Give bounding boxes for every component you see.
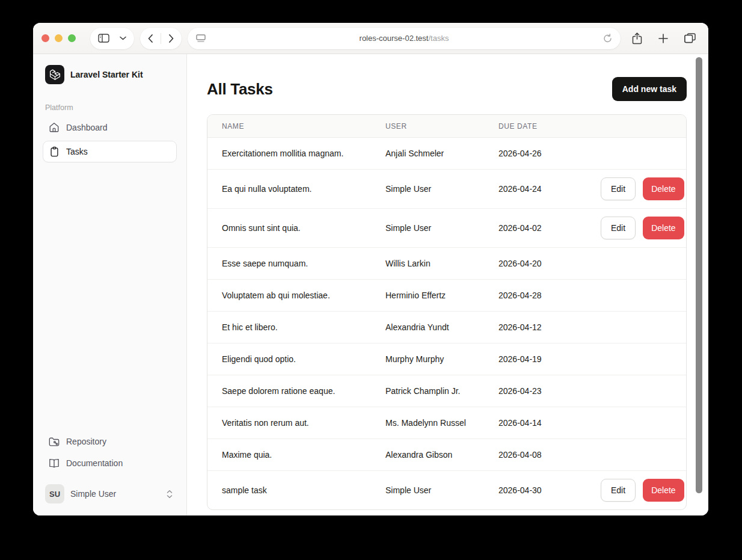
column-header-due-date: Due date — [498, 122, 601, 131]
new-tab-button[interactable] — [653, 28, 673, 49]
table-header-row: Name User Due date — [207, 115, 686, 138]
edit-task-button[interactable]: Edit — [601, 479, 636, 502]
zoom-window-button[interactable] — [68, 34, 76, 42]
sidebar-item-documentation[interactable]: Documentation — [43, 453, 177, 473]
column-header-name: Name — [222, 122, 385, 131]
app-body: Laravel Starter Kit Platform Dashboard — [33, 54, 708, 515]
task-due-date-cell: 2026-04-19 — [498, 349, 601, 369]
task-name-cell: Exercitationem mollitia magnam. — [222, 144, 385, 163]
edit-task-button[interactable]: Edit — [601, 217, 636, 239]
task-due-date-cell: 2026-04-20 — [498, 254, 601, 273]
app-logo-row[interactable]: Laravel Starter Kit — [43, 65, 177, 84]
task-user-cell: Simple User — [385, 218, 498, 238]
task-name-cell: sample task — [222, 481, 385, 500]
forward-button[interactable] — [161, 28, 182, 49]
task-due-date-cell: 2026-04-12 — [498, 318, 601, 337]
toggle-sidebar-button[interactable] — [90, 28, 117, 49]
sidebar: Laravel Starter Kit Platform Dashboard — [33, 54, 187, 515]
sidebar-footer: Repository Documentation SU Simple User — [43, 431, 177, 503]
task-user-cell: Herminio Effertz — [385, 286, 498, 305]
sidebar-item-tasks[interactable]: Tasks — [43, 141, 177, 162]
task-due-date-cell: 2026-04-23 — [498, 381, 601, 401]
task-actions-cell: Edit Delete — [601, 209, 684, 247]
table-row: Voluptatem ab qui molestiae. Herminio Ef… — [207, 280, 686, 312]
task-name-cell: Saepe dolorem ratione eaque. — [222, 381, 385, 401]
task-user-cell: Simple User — [385, 481, 498, 500]
footer-item-label: Repository — [66, 437, 106, 446]
task-due-date-cell: 2026-04-28 — [498, 286, 601, 305]
table-row: Maxime quia. Alexandra Gibson 2026-04-08 — [207, 439, 686, 471]
page-title: All Tasks — [207, 80, 273, 99]
address-bar[interactable]: roles-course-02.test/tasks — [188, 28, 621, 49]
task-user-cell: Alexandria Yundt — [385, 318, 498, 337]
task-user-cell: Simple User — [385, 179, 498, 198]
task-user-cell: Alexandra Gibson — [385, 445, 498, 464]
tasks-table: Name User Due date Exercitationem mollit… — [207, 114, 687, 510]
reader-view-icon[interactable] — [194, 28, 208, 49]
table-row: Omnis sunt sint quia. Simple User 2026-0… — [207, 209, 686, 248]
add-new-task-button[interactable]: Add new task — [612, 77, 687, 101]
window-controls — [41, 34, 76, 42]
main-header: All Tasks Add new task — [207, 77, 687, 101]
laravel-logo-icon — [45, 65, 64, 84]
main-content: All Tasks Add new task Name User Due dat… — [187, 54, 708, 515]
app-name: Laravel Starter Kit — [70, 70, 143, 79]
sidebar-item-label: Tasks — [66, 147, 88, 156]
url-host: roles-course-02.test — [360, 34, 429, 43]
chevron-down-icon — [120, 36, 126, 40]
sidebar-menu-button[interactable] — [117, 28, 134, 49]
delete-task-button[interactable]: Delete — [643, 217, 684, 239]
task-due-date-cell: 2026-04-14 — [498, 413, 601, 432]
task-name-cell: Maxime quia. — [222, 445, 385, 464]
task-name-cell: Omnis sunt sint quia. — [222, 218, 385, 238]
task-table-body: Exercitationem mollitia magnam. Anjali S… — [207, 138, 686, 509]
delete-task-button[interactable]: Delete — [643, 479, 684, 502]
task-name-cell: Veritatis non rerum aut. — [222, 413, 385, 432]
close-window-button[interactable] — [41, 34, 49, 42]
sidebar-item-label: Dashboard — [66, 123, 108, 132]
user-name: Simple User — [70, 489, 160, 499]
table-row: sample task Simple User 2026-04-30 Edit … — [207, 471, 686, 509]
minimize-window-button[interactable] — [55, 34, 63, 42]
task-due-date-cell: 2026-04-02 — [498, 218, 601, 238]
delete-task-button[interactable]: Delete — [643, 177, 684, 200]
browser-window: roles-course-02.test/tasks — [33, 23, 708, 515]
chevrons-up-down-icon — [166, 490, 173, 499]
tab-overview-button[interactable] — [679, 28, 700, 49]
table-row: Et hic et libero. Alexandria Yundt 2026-… — [207, 312, 686, 343]
sidebar-toggle-icon — [98, 34, 109, 43]
nav-buttons — [140, 28, 182, 49]
task-name-cell: Esse saepe numquam. — [222, 254, 385, 273]
column-header-user: User — [385, 122, 498, 131]
scrollbar-thumb[interactable] — [696, 57, 702, 493]
task-user-cell: Murphy Murphy — [385, 349, 498, 369]
task-actions-cell: Edit Delete — [601, 471, 684, 509]
back-button[interactable] — [140, 28, 161, 49]
task-due-date-cell: 2026-04-30 — [498, 481, 601, 500]
task-due-date-cell: 2026-04-24 — [498, 179, 601, 198]
reload-button[interactable] — [600, 28, 615, 49]
sidebar-item-dashboard[interactable]: Dashboard — [43, 117, 177, 138]
sidebar-section-label: Platform — [45, 103, 174, 112]
task-due-date-cell: 2026-04-26 — [498, 144, 601, 163]
table-row: Esse saepe numquam. Willis Larkin 2026-0… — [207, 248, 686, 280]
url-text: roles-course-02.test/tasks — [213, 34, 595, 43]
sidebar-nav: Dashboard Tasks — [43, 117, 177, 162]
chevron-right-icon — [169, 34, 174, 43]
clipboard-icon — [49, 146, 60, 157]
edit-task-button[interactable]: Edit — [601, 177, 636, 200]
task-name-cell: Ea qui nulla voluptatem. — [222, 179, 385, 198]
chevron-left-icon — [148, 34, 153, 43]
task-name-cell: Et hic et libero. — [222, 318, 385, 337]
task-user-cell: Patrick Champlin Jr. — [385, 381, 498, 401]
url-path: /tasks — [428, 34, 449, 43]
user-menu[interactable]: SU Simple User — [43, 482, 177, 503]
book-open-icon — [49, 458, 60, 468]
sidebar-item-repository[interactable]: Repository — [43, 431, 177, 452]
table-row: Ea qui nulla voluptatem. Simple User 202… — [207, 170, 686, 209]
share-button[interactable] — [627, 28, 647, 49]
home-icon — [49, 122, 60, 133]
table-row: Saepe dolorem ratione eaque. Patrick Cha… — [207, 375, 686, 407]
browser-titlebar: roles-course-02.test/tasks — [33, 23, 708, 54]
footer-item-label: Documentation — [66, 458, 123, 468]
